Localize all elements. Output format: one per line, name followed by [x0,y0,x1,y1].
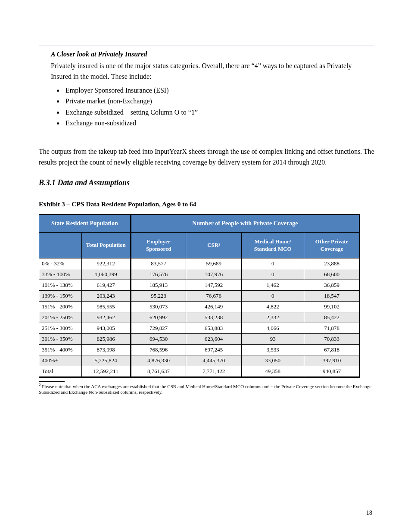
row-label: 101% - 138% [39,280,82,291]
callout-bullet: Employer Sponsored Insurance (ESI) [64,85,362,96]
cell: 93 [242,334,304,345]
table-sub-header [39,233,82,258]
cell: 922,312 [81,258,131,269]
cell: 185,913 [131,280,186,291]
cell: 426,149 [186,302,242,312]
callout-title: A Closer look at Privately Insured [51,50,362,58]
intro-paragraph: The outputs from the takeup tab feed int… [39,146,374,168]
cell: 2,332 [242,312,304,323]
row-label: 400%+ [39,355,82,366]
callout-body: Privately insured is one of the major st… [51,61,362,82]
cell: 5,225,824 [81,355,131,366]
cell: 70,833 [304,334,360,345]
cell: 653,883 [186,323,242,334]
cell: 83,577 [131,258,186,269]
row-label: 301% - 350% [39,334,82,345]
table-row: 301% - 350%825,986694,530623,6049370,833 [39,334,360,345]
table-row: Total12,592,2118,761,6377,771,42249,3589… [39,366,360,377]
cell: 85,422 [304,312,360,323]
cell: 1,462 [242,280,304,291]
cell: 873,998 [81,345,131,355]
table-row: 139% - 150%203,24395,22376,676018,547 [39,291,360,302]
footnote-text: Please note that when the ACA exchanges … [39,384,371,395]
cell: 36,859 [304,280,360,291]
cell: 1,060,399 [81,269,131,280]
row-label: 139% - 150% [39,291,82,302]
cell: 0 [242,258,304,269]
cell: 176,576 [131,269,186,280]
cell: 4,822 [242,302,304,312]
cell: 943,005 [81,323,131,334]
table-sub-header: Other Private Coverage [304,233,360,258]
exhibit-table-body: 0% - 32%922,31283,57759,689023,88833% - … [39,258,360,377]
cell: 623,604 [186,334,242,345]
cell: 0 [242,269,304,280]
callout-body-count: 4 [255,62,258,69]
table-top-header: Number of People with Private Coverage [131,215,359,233]
cell: 59,689 [186,258,242,269]
exhibit-heading: Exhibit 3 – CPS Data Resident Population… [39,200,374,208]
cell: 68,600 [304,269,360,280]
table-row: 400%+5,225,8244,876,3304,445,37033,05039… [39,355,360,366]
cell: 203,243 [81,291,131,302]
table-row: 0% - 32%922,31283,57759,689023,888 [39,258,360,269]
cell: 107,976 [186,269,242,280]
cell: 985,555 [81,302,131,312]
cell: 4,876,330 [131,355,186,366]
cell: 697,245 [186,345,242,355]
cell: 768,596 [131,345,186,355]
cell: 147,592 [186,280,242,291]
row-label: 33% - 100% [39,269,82,280]
exhibit-table: State Resident Population Number of Peop… [39,214,360,378]
table-row: 351% - 400%873,998768,596697,2453,53367,… [39,345,360,355]
callout-bullet: Exchange non-subsidized [64,118,362,129]
cell: 530,073 [131,302,186,312]
footnote-marker: 2 [39,383,41,387]
cell: 71,878 [304,323,360,334]
cell: 7,771,422 [186,366,242,377]
table-row: 33% - 100%1,060,399176,576107,976068,600 [39,269,360,280]
table-top-header: State Resident Population [39,215,131,233]
row-label: 251% - 300% [39,323,82,334]
cell: 940,857 [304,366,360,377]
cell: 694,530 [131,334,186,345]
footnote: 2 Please note that when the ACA exchange… [39,383,374,395]
cell: 8,761,637 [131,366,186,377]
table-sub-header: Total Population [81,233,131,258]
cell: 3,533 [242,345,304,355]
table-row: 101% - 138%619,427185,913147,5921,46236,… [39,280,360,291]
callout-bullet: Exchange subsidized – setting Column O t… [64,107,362,118]
cell: 729,827 [131,323,186,334]
row-label: Total [39,366,82,377]
cell: 533,238 [186,312,242,323]
cell: 397,910 [304,355,360,366]
table-row: 201% - 250%932,462620,992533,2382,33285,… [39,312,360,323]
table-sub-header: Medical Home/ Standard MCO [242,233,304,258]
table-row: 151% - 200%985,555530,073426,1494,82299,… [39,302,360,312]
cell: 4,066 [242,323,304,334]
cell: 23,888 [304,258,360,269]
cell: 0 [242,291,304,302]
cell: 67,818 [304,345,360,355]
cell: 619,427 [81,280,131,291]
cell: 620,992 [131,312,186,323]
row-label: 201% - 250% [39,312,82,323]
cell: 33,050 [242,355,304,366]
table-sub-header: Employer Sponsored [131,233,186,258]
cell: 18,547 [304,291,360,302]
callout-list: Employer Sponsored Insurance (ESI) Priva… [64,85,362,129]
cell: 4,445,370 [186,355,242,366]
callout-bullet: Private market (non-Exchange) [64,96,362,107]
table-sub-header: CSR² [186,233,242,258]
callout-box: A Closer look at Privately Insured Priva… [39,46,374,135]
footnote-rule [39,381,65,382]
row-label: 151% - 200% [39,302,82,312]
cell: 932,462 [81,312,131,323]
cell: 49,358 [242,366,304,377]
cell: 12,592,211 [81,366,131,377]
cell: 76,676 [186,291,242,302]
callout-body-pre: Privately insured is one of the major st… [51,62,252,69]
row-label: 0% - 32% [39,258,82,269]
cell: 95,223 [131,291,186,302]
table-row: 251% - 300%943,005729,827653,8834,06671,… [39,323,360,334]
